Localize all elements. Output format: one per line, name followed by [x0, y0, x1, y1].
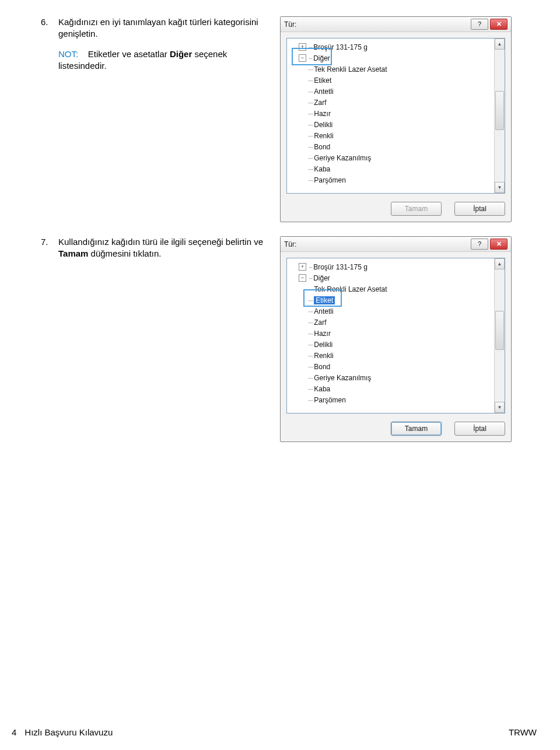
step-6-number: 6.	[41, 16, 58, 28]
tree-label: Diğer	[313, 274, 330, 282]
tree-item[interactable]: ····Renkli	[290, 130, 505, 141]
dialog1-titlebar[interactable]: Tür: ? ✕	[281, 17, 511, 32]
collapse-icon[interactable]: −	[299, 274, 306, 282]
step-6-line1: Kağıdınızı en iyi tanımlayan kağıt türle…	[58, 17, 258, 38]
step-6-note-label: NOT:	[58, 49, 78, 59]
page-footer: 4 Hızlı Başvuru Kılavuzu TRWW	[12, 727, 537, 737]
type-dialog-2: Tür: ? ✕ + ··· Broşür 131-175 g − ···	[280, 236, 512, 442]
step-7-text: Kullandığınız kağıdın türü ile ilgili se…	[58, 236, 280, 260]
ok-button[interactable]: Tamam	[391, 422, 442, 436]
tree-label: Tek Renkli Lazer Asetat	[314, 285, 387, 293]
paper-type-listbox[interactable]: + ··· Broşür 131-175 g − ··· Diğer ····T…	[286, 258, 505, 413]
type-dialog-1: Tür: ? ✕ + ··· Broşür 131-175 g − ···	[280, 16, 512, 222]
scrollbar[interactable]: ▲ ▼	[494, 258, 505, 413]
tree-item[interactable]: ····Kaba	[290, 383, 505, 394]
dialog1-title: Tür:	[284, 20, 469, 29]
tree-label: Hazır	[314, 110, 331, 118]
tree-label: Bond	[314, 143, 330, 151]
help-button[interactable]: ?	[471, 239, 488, 250]
scroll-thumb[interactable]	[495, 91, 504, 130]
close-icon: ✕	[496, 21, 502, 27]
tree-item[interactable]: ····Bond	[290, 141, 505, 152]
tree-label: Etiket	[314, 76, 331, 85]
tree-connector: ···	[309, 264, 312, 271]
tree-item[interactable]: ····Bond	[290, 361, 505, 372]
tree-label-selected: Etiket	[314, 296, 335, 304]
step-6-note-bold: Diğer	[170, 49, 192, 59]
help-button[interactable]: ?	[471, 19, 488, 30]
scroll-down-icon[interactable]: ▼	[495, 402, 505, 413]
tree-label: Renkli	[314, 132, 333, 140]
scroll-thumb[interactable]	[495, 311, 504, 350]
close-button[interactable]: ✕	[490, 19, 508, 30]
tree-item[interactable]: ····Hazır	[290, 328, 505, 339]
step-7-b: düğmesini tıklatın.	[88, 248, 161, 258]
step-7-number: 7.	[41, 236, 58, 248]
tree-label: Zarf	[314, 99, 326, 107]
tree-node-brosur[interactable]: + ··· Broşür 131-175 g	[290, 261, 505, 272]
paper-type-tree: + ··· Broşür 131-175 g − ··· Diğer ····T…	[290, 41, 505, 185]
tree-item[interactable]: ····Parşömen	[290, 394, 505, 405]
tree-label: Delikli	[314, 121, 332, 129]
doc-title: Hızlı Başvuru Kılavuzu	[24, 727, 113, 737]
tree-label: Kaba	[314, 165, 330, 173]
tree-item[interactable]: ····Zarf	[290, 97, 505, 108]
expand-icon[interactable]: +	[299, 263, 306, 271]
tree-item[interactable]: ····Delikli	[290, 119, 505, 130]
help-icon: ?	[478, 21, 481, 27]
tree-label: Zarf	[314, 318, 326, 327]
scroll-up-icon[interactable]: ▲	[495, 258, 505, 269]
help-icon: ?	[478, 241, 481, 247]
tree-item[interactable]: ····Parşömen	[290, 174, 505, 185]
step-7-bold: Tamam	[58, 248, 88, 258]
tree-label: Delikli	[314, 341, 332, 349]
tree-item[interactable]: ····Renkli	[290, 350, 505, 361]
tree-item[interactable]: ····Delikli	[290, 339, 505, 350]
page-number: 4	[12, 727, 16, 737]
tree-label: Geriye Kazanılmış	[314, 154, 371, 162]
tree-label: Broşür 131-175 g	[313, 43, 368, 51]
step-7-a: Kullandığınız kağıdın türü ile ilgili se…	[58, 237, 263, 247]
cancel-button[interactable]: İptal	[454, 202, 505, 216]
paper-type-tree: + ··· Broşür 131-175 g − ··· Diğer ····T…	[290, 261, 505, 405]
tree-item[interactable]: ····Hazır	[290, 108, 505, 119]
close-icon: ✕	[496, 241, 502, 247]
expand-icon[interactable]: +	[299, 43, 306, 51]
tree-item[interactable]: ····Tek Renkli Lazer Asetat	[290, 64, 505, 75]
tree-label: Renkli	[314, 352, 333, 360]
tree-node-diger[interactable]: − ··· Diğer	[290, 52, 505, 64]
scroll-down-icon[interactable]: ▼	[495, 182, 505, 193]
dialog2-titlebar[interactable]: Tür: ? ✕	[281, 237, 511, 252]
step-6-note-a: Etiketler ve asetatlar	[88, 49, 170, 59]
scroll-up-icon[interactable]: ▲	[495, 38, 505, 50]
footer-right: TRWW	[509, 727, 537, 737]
tree-node-brosur[interactable]: + ··· Broşür 131-175 g	[290, 41, 505, 52]
tree-label: Antetli	[314, 307, 333, 316]
collapse-icon[interactable]: −	[299, 54, 306, 62]
tree-label: Diğer	[313, 54, 330, 62]
paper-type-listbox[interactable]: + ··· Broşür 131-175 g − ··· Diğer ····T…	[286, 38, 505, 194]
close-button[interactable]: ✕	[490, 239, 508, 250]
cancel-button[interactable]: İptal	[454, 422, 505, 436]
ok-button[interactable]: Tamam	[391, 202, 442, 216]
tree-label: Kaba	[314, 385, 330, 393]
tree-item[interactable]: ····Kaba	[290, 163, 505, 174]
tree-item-selected[interactable]: ····Etiket	[290, 295, 505, 306]
tree-label: Geriye Kazanılmış	[314, 374, 371, 382]
tree-connector: ···	[309, 55, 312, 62]
tree-label: Parşömen	[314, 396, 346, 404]
tree-item[interactable]: ····Geriye Kazanılmış	[290, 372, 505, 383]
tree-item[interactable]: ····Antetli	[290, 306, 505, 317]
tree-item[interactable]: ····Etiket	[290, 75, 505, 86]
tree-label: Parşömen	[314, 176, 346, 184]
tree-label: Bond	[314, 363, 330, 371]
tree-item[interactable]: ····Zarf	[290, 317, 505, 328]
tree-label: Tek Renkli Lazer Asetat	[314, 65, 387, 73]
tree-item[interactable]: ····Geriye Kazanılmış	[290, 152, 505, 163]
scrollbar[interactable]: ▲ ▼	[494, 38, 505, 193]
tree-connector: ···	[309, 275, 312, 282]
tree-node-diger[interactable]: − ··· Diğer	[290, 272, 505, 283]
tree-item[interactable]: ····Tek Renkli Lazer Asetat	[290, 283, 505, 295]
tree-item[interactable]: ····Antetli	[290, 86, 505, 97]
tree-label: Hazır	[314, 330, 331, 338]
